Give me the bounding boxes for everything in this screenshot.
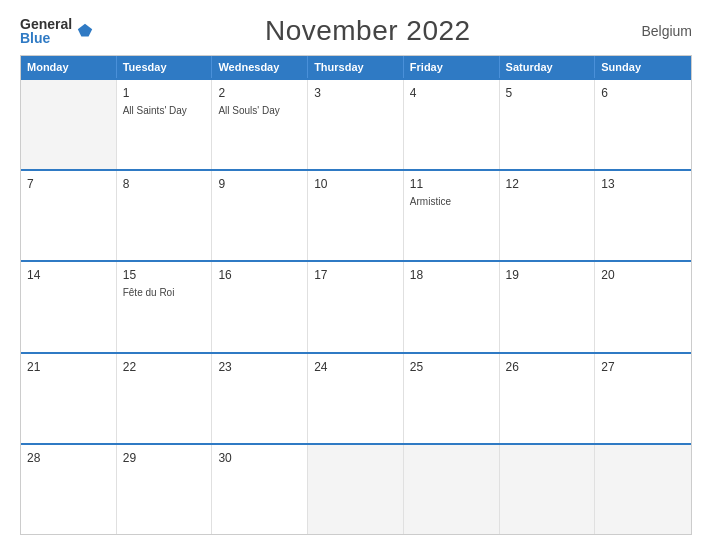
logo-flag-icon (76, 22, 94, 40)
header-saturday: Saturday (500, 56, 596, 78)
cal-cell-4-2: 22 (117, 354, 213, 443)
day-number: 8 (123, 176, 206, 193)
calendar-week-5: 282930 (21, 443, 691, 534)
calendar-week-2: 7891011Armistice1213 (21, 169, 691, 260)
day-number: 24 (314, 359, 397, 376)
cal-cell-3-3: 16 (212, 262, 308, 351)
cal-cell-2-5: 11Armistice (404, 171, 500, 260)
cal-cell-3-4: 17 (308, 262, 404, 351)
cal-cell-2-2: 8 (117, 171, 213, 260)
cal-cell-1-6: 5 (500, 80, 596, 169)
calendar-week-3: 1415Fête du Roi1617181920 (21, 260, 691, 351)
day-number: 20 (601, 267, 685, 284)
cal-cell-4-1: 21 (21, 354, 117, 443)
cal-cell-5-3: 30 (212, 445, 308, 534)
day-number: 7 (27, 176, 110, 193)
day-event: All Souls' Day (218, 104, 301, 117)
cal-cell-5-4 (308, 445, 404, 534)
day-number: 19 (506, 267, 589, 284)
day-number: 26 (506, 359, 589, 376)
cal-cell-4-4: 24 (308, 354, 404, 443)
cal-cell-1-3: 2All Souls' Day (212, 80, 308, 169)
calendar-body: 1All Saints' Day2All Souls' Day345678910… (21, 78, 691, 534)
header-friday: Friday (404, 56, 500, 78)
logo: General Blue (20, 17, 94, 45)
cal-cell-2-1: 7 (21, 171, 117, 260)
cal-cell-3-6: 19 (500, 262, 596, 351)
day-number: 3 (314, 85, 397, 102)
country-label: Belgium (641, 23, 692, 39)
cal-cell-1-2: 1All Saints' Day (117, 80, 213, 169)
cal-cell-4-7: 27 (595, 354, 691, 443)
cal-cell-1-5: 4 (404, 80, 500, 169)
cal-cell-2-4: 10 (308, 171, 404, 260)
cal-cell-2-6: 12 (500, 171, 596, 260)
day-number: 1 (123, 85, 206, 102)
day-number: 12 (506, 176, 589, 193)
page: General Blue November 2022 Belgium Monda… (0, 0, 712, 550)
day-number: 28 (27, 450, 110, 467)
cal-cell-4-3: 23 (212, 354, 308, 443)
month-title: November 2022 (265, 15, 471, 47)
day-number: 9 (218, 176, 301, 193)
cal-cell-3-5: 18 (404, 262, 500, 351)
cal-cell-5-7 (595, 445, 691, 534)
cal-cell-5-6 (500, 445, 596, 534)
calendar-week-4: 21222324252627 (21, 352, 691, 443)
day-number: 15 (123, 267, 206, 284)
day-number: 17 (314, 267, 397, 284)
day-number: 13 (601, 176, 685, 193)
calendar-week-1: 1All Saints' Day2All Souls' Day3456 (21, 78, 691, 169)
day-number: 30 (218, 450, 301, 467)
calendar: Monday Tuesday Wednesday Thursday Friday… (20, 55, 692, 535)
logo-text-general: General (20, 17, 72, 31)
svg-marker-0 (78, 24, 92, 37)
cal-cell-5-5 (404, 445, 500, 534)
day-number: 29 (123, 450, 206, 467)
cal-cell-3-7: 20 (595, 262, 691, 351)
header-tuesday: Tuesday (117, 56, 213, 78)
cal-cell-5-1: 28 (21, 445, 117, 534)
day-event: Fête du Roi (123, 286, 206, 299)
day-number: 18 (410, 267, 493, 284)
day-number: 25 (410, 359, 493, 376)
header-wednesday: Wednesday (212, 56, 308, 78)
header-monday: Monday (21, 56, 117, 78)
day-number: 5 (506, 85, 589, 102)
cal-cell-3-2: 15Fête du Roi (117, 262, 213, 351)
cal-cell-2-7: 13 (595, 171, 691, 260)
cal-cell-2-3: 9 (212, 171, 308, 260)
cal-cell-5-2: 29 (117, 445, 213, 534)
day-number: 4 (410, 85, 493, 102)
logo-text-blue: Blue (20, 31, 72, 45)
cal-cell-3-1: 14 (21, 262, 117, 351)
cal-cell-1-1 (21, 80, 117, 169)
day-number: 27 (601, 359, 685, 376)
header-sunday: Sunday (595, 56, 691, 78)
header-thursday: Thursday (308, 56, 404, 78)
day-number: 21 (27, 359, 110, 376)
day-number: 14 (27, 267, 110, 284)
day-number: 23 (218, 359, 301, 376)
calendar-header: Monday Tuesday Wednesday Thursday Friday… (21, 56, 691, 78)
day-number: 2 (218, 85, 301, 102)
day-number: 6 (601, 85, 685, 102)
header: General Blue November 2022 Belgium (20, 15, 692, 47)
day-number: 11 (410, 176, 493, 193)
day-event: Armistice (410, 195, 493, 208)
day-number: 16 (218, 267, 301, 284)
cal-cell-1-7: 6 (595, 80, 691, 169)
day-event: All Saints' Day (123, 104, 206, 117)
day-number: 22 (123, 359, 206, 376)
day-number: 10 (314, 176, 397, 193)
cal-cell-4-6: 26 (500, 354, 596, 443)
cal-cell-1-4: 3 (308, 80, 404, 169)
cal-cell-4-5: 25 (404, 354, 500, 443)
